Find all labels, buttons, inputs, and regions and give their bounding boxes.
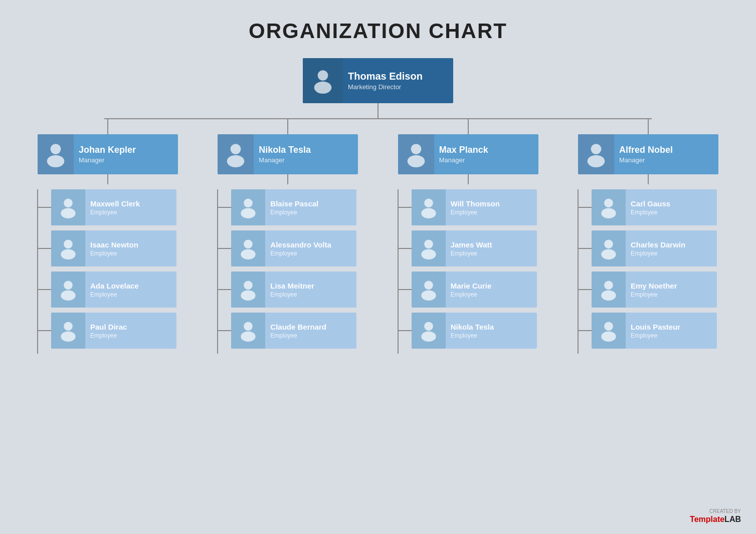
svg-point-34 (604, 198, 613, 207)
emp-name-1-2: Lisa Meitner (270, 282, 351, 290)
emp-avatar-0-3 (51, 313, 85, 349)
emp-info-0-0: Maxwell Clerk Employee (85, 196, 176, 219)
emp-name-2-2: Marie Curie (451, 282, 532, 290)
svg-point-35 (601, 208, 616, 218)
emp-hconn-0-2 (37, 289, 51, 290)
svg-point-22 (411, 144, 421, 154)
emp-name-0-1: Isaac Newton (90, 240, 171, 249)
emp-info-3-1: Charles Darwin Employee (626, 237, 717, 260)
svg-point-26 (424, 239, 433, 248)
manager-avatar-3 (578, 134, 614, 174)
emp-card-0-0[interactable]: Maxwell Clerk Employee (51, 189, 176, 225)
vline-manager-2 (468, 119, 469, 134)
emp-hconn-3-1 (578, 248, 592, 249)
emp-avatar-2-3 (412, 313, 446, 349)
emp-name-3-0: Carl Gauss (631, 199, 712, 208)
manager-name-3: Alfred Nobel (619, 145, 713, 155)
director-avatar (303, 58, 343, 103)
svg-point-20 (244, 322, 253, 331)
manager-role-1: Manager (259, 156, 353, 164)
emp-hconn-3-2 (578, 289, 592, 290)
emp-info-3-2: Emy Noether Employee (626, 279, 717, 301)
svg-point-10 (64, 322, 73, 331)
emp-hconn-0-1 (37, 248, 51, 249)
emp-row-0-0: Maxwell Clerk Employee (27, 189, 188, 225)
vline-manager-3 (648, 119, 649, 134)
emp-info-0-3: Paul Dirac Employee (85, 320, 176, 342)
manager-card-2[interactable]: Max Planck Manager (398, 134, 538, 174)
emp-hconn-3-3 (578, 330, 592, 331)
svg-point-8 (64, 281, 73, 290)
emp-card-2-3[interactable]: Nikola Tesla Employee (412, 313, 537, 349)
emp-avatar-2-1 (412, 230, 446, 266)
emp-card-2-2[interactable]: Marie Curie Employee (412, 272, 537, 308)
emp-role-1-0: Employee (270, 209, 351, 216)
emp-role-0-1: Employee (90, 250, 171, 257)
emp-avatar-2-2 (412, 272, 446, 308)
emp-name-3-1: Charles Darwin (631, 240, 712, 249)
vline-emp-stem-2 (468, 174, 469, 184)
emp-hconn-0-0 (37, 207, 51, 208)
svg-point-16 (244, 239, 253, 248)
manager-name-2: Max Planck (439, 145, 533, 155)
director-card[interactable]: Thomas Edison Marketing Director (303, 58, 453, 103)
vline-manager-0 (107, 119, 108, 134)
svg-point-2 (51, 144, 61, 154)
emp-role-0-0: Employee (90, 209, 171, 216)
emp-card-3-1[interactable]: Charles Darwin Employee (592, 230, 717, 266)
emp-avatar-0-2 (51, 272, 85, 308)
manager-info-2: Max Planck Manager (434, 142, 538, 167)
emp-card-1-3[interactable]: Claude Bernard Employee (231, 313, 356, 349)
svg-point-6 (64, 239, 73, 248)
emp-info-0-1: Isaac Newton Employee (85, 237, 176, 260)
svg-point-23 (407, 155, 425, 167)
emp-avatar-1-2 (231, 272, 265, 308)
emp-card-0-3[interactable]: Paul Dirac Employee (51, 313, 176, 349)
emp-avatar-1-1 (231, 230, 265, 266)
manager-avatar-2 (398, 134, 434, 174)
emp-hconn-1-3 (217, 330, 231, 331)
employees-section-3: Carl Gauss Employee (568, 189, 729, 354)
svg-point-15 (241, 208, 256, 218)
emp-row-0-3: Paul Dirac Employee (27, 313, 188, 349)
svg-point-11 (61, 331, 75, 342)
emp-card-0-2[interactable]: Ada Lovelace Employee (51, 272, 176, 308)
emp-name-3-2: Emy Noether (631, 282, 712, 290)
manager-info-0: Johan Kepler Manager (74, 142, 178, 167)
svg-point-40 (604, 322, 613, 331)
manager-card-1[interactable]: Nikola Tesla Manager (218, 134, 358, 174)
manager-card-0[interactable]: Johan Kepler Manager (38, 134, 178, 174)
emp-card-3-2[interactable]: Emy Noether Employee (592, 272, 717, 308)
watermark: CREATED BY TemplateLAB (690, 508, 741, 524)
emp-row-2-1: James Watt Employee (388, 230, 549, 266)
emp-info-1-0: Blaise Pascal Employee (265, 196, 356, 219)
emp-hconn-0-3 (37, 330, 51, 331)
emp-card-1-2[interactable]: Lisa Meitner Employee (231, 272, 356, 308)
emp-name-0-2: Ada Lovelace (90, 282, 171, 290)
emp-card-2-0[interactable]: Will Thomson Employee (412, 189, 537, 225)
vline-emp-stem-0 (107, 174, 108, 184)
svg-point-13 (227, 155, 245, 167)
emp-card-3-3[interactable]: Louis Pasteur Employee (592, 313, 717, 349)
emp-info-2-3: Nikola Tesla Employee (446, 320, 537, 342)
svg-point-9 (61, 290, 75, 301)
emp-card-1-1[interactable]: Alessandro Volta Employee (231, 230, 356, 266)
manager-name-0: Johan Kepler (79, 145, 173, 155)
emp-card-2-1[interactable]: James Watt Employee (412, 230, 537, 266)
emp-card-3-0[interactable]: Carl Gauss Employee (592, 189, 717, 225)
page-title: ORGANIZATION CHART (0, 0, 756, 58)
emp-card-1-0[interactable]: Blaise Pascal Employee (231, 189, 356, 225)
emp-name-2-3: Nikola Tesla (451, 323, 532, 331)
manager-card-3[interactable]: Alfred Nobel Manager (578, 134, 718, 174)
emp-hconn-2-0 (398, 207, 412, 208)
vline-emp-stem-1 (287, 174, 288, 184)
vline-emp-stem-3 (648, 174, 649, 184)
director-row: Thomas Edison Marketing Director (27, 58, 729, 103)
emp-avatar-0-1 (51, 230, 85, 266)
employees-section-2: Will Thomson Employee (388, 189, 549, 354)
manager-avatar-0 (38, 134, 74, 174)
emp-role-1-3: Employee (270, 332, 351, 339)
emp-info-2-2: Marie Curie Employee (446, 279, 537, 301)
svg-point-19 (241, 290, 256, 301)
emp-card-0-1[interactable]: Isaac Newton Employee (51, 230, 176, 266)
